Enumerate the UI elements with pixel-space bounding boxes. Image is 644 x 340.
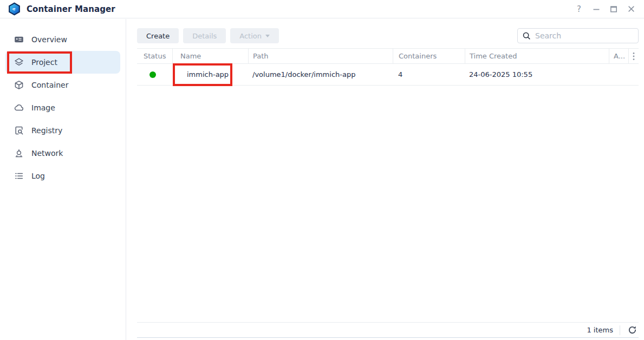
table-footer: 1 items bbox=[137, 322, 639, 338]
vertical-dots-icon bbox=[633, 52, 635, 61]
sidebar-item-image[interactable]: Image bbox=[0, 96, 126, 119]
action-dropdown-button[interactable]: Action bbox=[230, 28, 279, 43]
sidebar-item-label: Network bbox=[31, 149, 63, 158]
container-manager-logo-icon bbox=[8, 2, 21, 16]
help-icon[interactable]: ? bbox=[575, 4, 583, 14]
row-status-cell bbox=[137, 71, 172, 78]
search-icon bbox=[522, 31, 531, 40]
main-panel: Create Details Action Status Name Path C… bbox=[127, 19, 644, 340]
window-controls: ? bbox=[575, 4, 635, 14]
title-bar: Container Manager ? bbox=[0, 0, 644, 18]
maximize-icon[interactable] bbox=[609, 4, 618, 14]
column-header-containers[interactable]: Containers bbox=[393, 49, 465, 63]
sidebar-item-label: Overview bbox=[31, 35, 67, 44]
sidebar-item-label: Log bbox=[31, 172, 45, 180]
action-dropdown-label: Action bbox=[239, 32, 262, 40]
footer-divider bbox=[620, 325, 620, 335]
sidebar-item-log[interactable]: Log bbox=[0, 165, 126, 187]
sidebar-item-overview[interactable]: Overview bbox=[0, 28, 126, 51]
column-header-status[interactable]: Status bbox=[137, 49, 172, 63]
log-list-icon bbox=[14, 171, 24, 181]
network-hub-icon bbox=[14, 148, 24, 158]
image-cloud-icon bbox=[14, 103, 24, 113]
refresh-icon bbox=[628, 325, 637, 335]
create-button[interactable]: Create bbox=[137, 28, 179, 43]
sidebar-item-label: Registry bbox=[31, 126, 62, 135]
table-empty-area bbox=[127, 86, 644, 322]
column-header-path[interactable]: Path bbox=[248, 49, 393, 63]
container-cube-icon bbox=[14, 80, 24, 90]
sidebar-item-label: Image bbox=[31, 103, 55, 112]
sidebar-item-registry[interactable]: Registry bbox=[0, 119, 126, 142]
sidebar-item-label: Container bbox=[31, 81, 68, 89]
container-manager-window: Container Manager ? Overview Pro bbox=[0, 0, 644, 340]
registry-search-icon bbox=[14, 126, 24, 135]
overview-icon bbox=[14, 35, 24, 44]
table-header: Status Name Path Containers Time Created… bbox=[137, 48, 639, 64]
chevron-down-icon bbox=[265, 35, 270, 37]
column-header-action[interactable]: A... bbox=[609, 49, 628, 63]
row-containers-cell: 4 bbox=[393, 70, 465, 79]
row-path-cell: /volume1/docker/immich-app bbox=[248, 70, 393, 79]
status-running-dot bbox=[149, 71, 156, 78]
items-count: 1 items bbox=[587, 326, 613, 334]
refresh-button[interactable] bbox=[627, 325, 638, 336]
row-time-created-cell: 24-06-2025 10:55 bbox=[465, 70, 609, 79]
column-options-button[interactable] bbox=[628, 49, 639, 63]
minimize-icon[interactable] bbox=[592, 4, 601, 14]
sidebar-item-network[interactable]: Network bbox=[0, 142, 126, 165]
sidebar: Overview Project Container Image Registr… bbox=[0, 19, 126, 340]
table-row[interactable]: immich-app /volume1/docker/immich-app 4 … bbox=[137, 64, 639, 86]
sidebar-item-container[interactable]: Container bbox=[0, 74, 126, 96]
column-header-time-created[interactable]: Time Created bbox=[465, 49, 609, 63]
sidebar-item-project[interactable]: Project bbox=[5, 51, 120, 74]
close-icon[interactable] bbox=[627, 4, 635, 14]
project-layers-icon bbox=[14, 57, 24, 67]
search-input[interactable] bbox=[535, 31, 634, 40]
column-header-name[interactable]: Name bbox=[172, 49, 248, 63]
details-button[interactable]: Details bbox=[183, 28, 226, 43]
toolbar: Create Details Action bbox=[137, 28, 639, 43]
search-box bbox=[517, 28, 639, 43]
sidebar-item-label: Project bbox=[31, 58, 57, 67]
app-title: Container Manager bbox=[27, 4, 115, 14]
row-name-cell: immich-app bbox=[172, 70, 248, 79]
